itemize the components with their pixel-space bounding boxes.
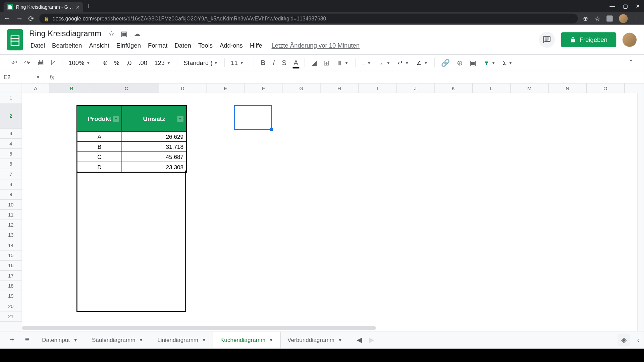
fill-color-button[interactable]: ◢: [309, 57, 319, 69]
close-window-icon[interactable]: ✕: [636, 3, 640, 9]
menu-hilfe[interactable]: Hilfe: [247, 40, 265, 51]
menu-format[interactable]: Format: [145, 40, 171, 51]
insert-chart-button[interactable]: ▣: [467, 57, 479, 69]
insert-link-button[interactable]: 🔗: [438, 57, 452, 69]
increase-decimals-button[interactable]: .00→: [136, 57, 150, 68]
spreadsheet-grid[interactable]: ABCDEFGHIJKLMNO 123456789101112131415161…: [0, 83, 644, 331]
sheets-logo[interactable]: [7, 29, 23, 50]
row-header[interactable]: 9: [0, 189, 22, 199]
column-header[interactable]: O: [587, 83, 625, 93]
row-header[interactable]: 2: [0, 103, 22, 128]
column-header[interactable]: A: [22, 83, 50, 93]
bold-button[interactable]: B: [258, 57, 268, 68]
font-size-select[interactable]: 11▼: [228, 57, 251, 68]
cell-umsatz[interactable]: 31.718: [122, 142, 186, 152]
row-header[interactable]: 21: [0, 311, 22, 321]
decrease-decimals-button[interactable]: .0←: [124, 57, 134, 68]
cell-produkt[interactable]: C: [77, 152, 122, 162]
browser-profile[interactable]: [619, 14, 628, 23]
browser-menu-icon[interactable]: ⋮: [634, 15, 640, 22]
h-align-button[interactable]: ≡▼: [359, 57, 374, 68]
column-header[interactable]: D: [159, 83, 206, 93]
horizontal-scrollbar[interactable]: [22, 326, 376, 330]
formula-input[interactable]: [60, 74, 644, 80]
sheet-tab-dateninput[interactable]: Dateninput▼: [35, 332, 85, 348]
comments-button[interactable]: [539, 32, 555, 47]
explore-button[interactable]: ◈: [618, 334, 630, 346]
menu-einfuegen[interactable]: Einfügen: [113, 40, 144, 51]
functions-button[interactable]: Σ▼: [500, 57, 516, 68]
new-tab-button[interactable]: +: [87, 2, 91, 10]
expand-toolbar-button[interactable]: ˆ: [627, 57, 635, 68]
number-format-select[interactable]: 123▼: [152, 57, 173, 68]
name-box[interactable]: E2 ▼: [0, 71, 44, 83]
text-wrap-button[interactable]: ↵▼: [395, 57, 412, 68]
column-header[interactable]: L: [473, 83, 511, 93]
column-header[interactable]: M: [511, 83, 548, 93]
row-header[interactable]: 20: [0, 301, 22, 311]
address-bar[interactable]: 🔒 docs.google.com/spreadsheets/d/16sZAG8…: [39, 14, 578, 23]
bookmark-icon[interactable]: ☆: [595, 15, 600, 22]
star-icon[interactable]: ☆: [108, 29, 114, 38]
document-title[interactable]: Ring Kreisdiagramm: [28, 28, 103, 39]
sheet-tab-saeulendiagramm[interactable]: Säulendiagramm▼: [85, 332, 150, 348]
vertical-scrollbar[interactable]: [638, 83, 644, 331]
menu-tools[interactable]: Tools: [195, 40, 216, 51]
menu-addons[interactable]: Add-ons: [217, 40, 246, 51]
cloud-status-icon[interactable]: ☁: [133, 29, 141, 38]
column-header[interactable]: F: [245, 83, 282, 93]
sheet-tab-kuchendiagramm[interactable]: Kuchendiagramm▼: [213, 332, 280, 348]
sheet-tab-verbunddiagramm[interactable]: Verbunddiagramm▼: [280, 332, 350, 348]
row-header[interactable]: 11: [0, 210, 22, 220]
reload-button[interactable]: ⟳: [28, 14, 34, 23]
minimize-icon[interactable]: —: [610, 3, 615, 9]
sheet-nav-right[interactable]: ▶: [367, 334, 376, 346]
maximize-icon[interactable]: ▢: [623, 3, 628, 9]
insert-comment-button[interactable]: ⊕: [454, 57, 465, 69]
column-header[interactable]: K: [435, 83, 473, 93]
filter-icon[interactable]: ⏷: [113, 116, 119, 122]
row-header[interactable]: 16: [0, 261, 22, 271]
row-header[interactable]: 17: [0, 271, 22, 281]
print-button[interactable]: 🖶: [35, 57, 47, 68]
menu-bearbeiten[interactable]: Bearbeiten: [49, 40, 85, 51]
column-header[interactable]: J: [396, 83, 434, 93]
all-sheets-button[interactable]: ≡: [20, 332, 35, 348]
table-header-umsatz[interactable]: Umsatz ⏷: [122, 106, 186, 131]
column-header[interactable]: C: [94, 83, 159, 93]
user-avatar[interactable]: [623, 33, 637, 47]
forward-button[interactable]: →: [16, 14, 23, 22]
cell-produkt[interactable]: A: [77, 132, 122, 141]
v-align-button[interactable]: ⫠▼: [376, 57, 393, 68]
menu-daten[interactable]: Daten: [171, 40, 194, 51]
column-header[interactable]: N: [549, 83, 587, 93]
sheet-nav-left[interactable]: ◀: [355, 334, 364, 346]
row-header[interactable]: 19: [0, 291, 22, 301]
strikethrough-button[interactable]: S: [279, 57, 289, 68]
row-header[interactable]: 3: [0, 129, 22, 139]
cell-umsatz[interactable]: 45.687: [122, 152, 186, 162]
cells-area[interactable]: Produkt ⏷ Umsatz ⏷ A 26.629 B: [22, 93, 644, 331]
percent-button[interactable]: %: [111, 57, 122, 68]
column-header[interactable]: B: [50, 83, 94, 93]
row-header[interactable]: 10: [0, 200, 22, 210]
cell-umsatz[interactable]: 26.629: [122, 132, 186, 141]
row-header[interactable]: 8: [0, 179, 22, 189]
close-tab-icon[interactable]: ×: [76, 4, 79, 11]
add-sheet-button[interactable]: +: [4, 332, 19, 348]
currency-button[interactable]: €: [101, 57, 109, 68]
row-header[interactable]: 18: [0, 281, 22, 291]
side-panel-toggle[interactable]: ‹: [637, 337, 639, 344]
column-header[interactable]: G: [282, 83, 320, 93]
menu-ansicht[interactable]: Ansicht: [86, 40, 112, 51]
column-header[interactable]: I: [359, 83, 396, 93]
zoom-select[interactable]: 100%▼: [66, 57, 93, 68]
browser-tab[interactable]: Ring Kreisdiagramm - Google Ta ×: [4, 2, 83, 12]
table-header-produkt[interactable]: Produkt ⏷: [77, 106, 122, 131]
share-button[interactable]: Freigeben: [561, 32, 616, 47]
filter-button[interactable]: ▼▼: [481, 57, 498, 68]
select-all-corner[interactable]: [0, 83, 22, 93]
merge-cells-button[interactable]: ⫼▼: [334, 57, 352, 68]
row-header[interactable]: 13: [0, 230, 22, 240]
row-header[interactable]: 6: [0, 159, 22, 169]
